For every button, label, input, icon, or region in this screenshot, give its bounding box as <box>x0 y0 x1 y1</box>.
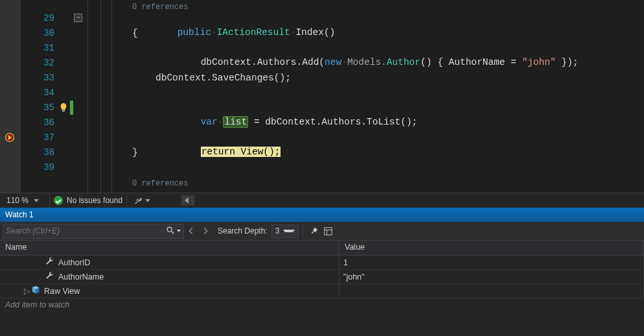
search-icon[interactable] <box>166 226 175 237</box>
horizontal-scroll-left[interactable] <box>181 195 194 206</box>
line-number: 30 <box>25 26 54 40</box>
search-prev-button[interactable] <box>184 224 198 238</box>
watch-item-value[interactable]: 1 <box>339 256 644 269</box>
code-line[interactable]: } <box>132 145 138 160</box>
plug-icon[interactable] <box>131 193 145 208</box>
svg-point-3 <box>167 227 172 232</box>
watch-item-name: AuthorID <box>58 258 90 267</box>
zoom-dropdown-icon[interactable] <box>34 199 39 202</box>
line-number: 36 <box>25 115 54 130</box>
line-number: 33 <box>25 71 54 85</box>
issues-status[interactable]: No issues found <box>67 196 122 205</box>
fold-toggle[interactable]: − <box>74 14 82 22</box>
dropdown-icon[interactable] <box>145 199 150 202</box>
cube-icon <box>31 285 40 296</box>
change-marker <box>70 101 73 115</box>
svg-rect-0 <box>62 110 65 111</box>
column-value[interactable]: Value <box>339 241 644 255</box>
search-options-icon[interactable] <box>177 230 181 232</box>
wrench-icon <box>45 271 54 282</box>
watch-row[interactable]: AuthorID 1 <box>0 256 644 270</box>
watch-search-box[interactable] <box>3 224 184 239</box>
pin-button[interactable] <box>307 224 321 238</box>
svg-rect-1 <box>62 111 65 112</box>
watch-panel-title[interactable]: Watch 1 <box>0 208 644 222</box>
check-icon[interactable] <box>54 196 63 205</box>
svg-rect-5 <box>325 227 332 234</box>
watch-item-name: AuthorName <box>58 272 104 282</box>
watch-grid[interactable]: Name Value AuthorID 1 AuthorName "john" … <box>0 241 644 336</box>
watch-item-name: Raw View <box>44 287 80 296</box>
search-depth-select[interactable]: 3 <box>271 224 299 238</box>
line-number: 38 <box>25 145 54 160</box>
codelens-references[interactable]: 0 references <box>132 176 188 191</box>
toggle-view-button[interactable] <box>321 224 336 238</box>
watch-columns-header[interactable]: Name Value <box>0 241 644 256</box>
add-watch-item[interactable]: Add item to watch <box>0 298 644 311</box>
watch-row[interactable]: AuthorName "john" <box>0 270 644 284</box>
line-number: 34 <box>25 86 54 100</box>
current-statement-icon[interactable] <box>5 132 15 143</box>
lightbulb-icon[interactable] <box>58 102 69 113</box>
search-input[interactable] <box>6 226 166 235</box>
line-number: 35 <box>25 101 54 115</box>
svg-line-4 <box>172 231 174 234</box>
watch-item-value[interactable]: "john" <box>339 270 644 283</box>
line-number: 37 <box>25 130 54 145</box>
chevron-down-icon <box>283 230 295 232</box>
editor-status-bar: 110 % No issues found <box>0 193 644 208</box>
code-line[interactable]: { <box>132 26 138 40</box>
column-name[interactable]: Name <box>0 241 339 255</box>
line-number: 32 <box>25 56 54 70</box>
search-next-button[interactable] <box>198 224 213 238</box>
code-editor[interactable]: 0 references 29 − public·IActionResult·I… <box>0 0 644 193</box>
line-number: 39 <box>25 160 54 174</box>
watch-row[interactable]: ▷ Raw View <box>0 284 644 298</box>
zoom-level[interactable]: 110 % <box>0 196 34 205</box>
line-number: 31 <box>25 41 54 55</box>
wrench-icon <box>45 257 54 268</box>
line-number: 29 <box>25 11 54 25</box>
code-line[interactable]: dbContext.SaveChanges(); <box>155 71 291 85</box>
expander-icon[interactable]: ▷ <box>23 286 31 296</box>
watch-toolbar: Search Depth: 3 <box>0 222 644 241</box>
watch-item-value[interactable] <box>339 284 644 298</box>
search-depth-label: Search Depth: <box>218 226 268 235</box>
